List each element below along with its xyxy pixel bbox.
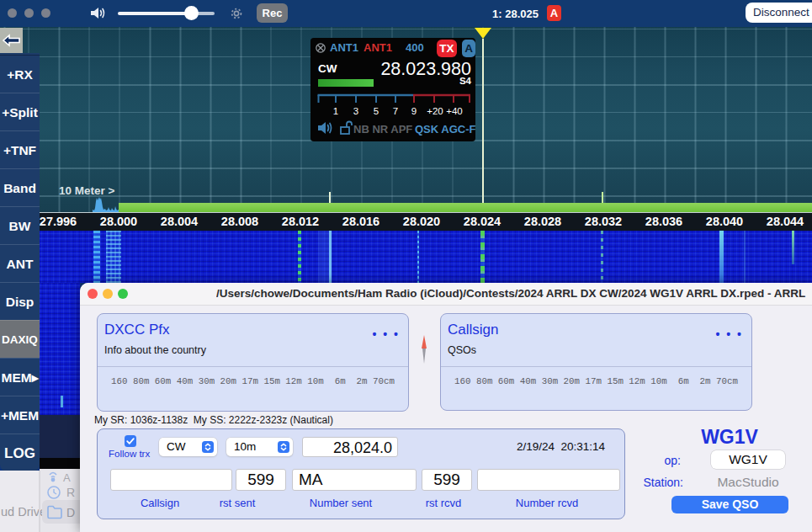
svg-text:R: R [66, 486, 75, 499]
svg-text:A: A [63, 471, 71, 483]
svg-text:D: D [66, 506, 75, 519]
